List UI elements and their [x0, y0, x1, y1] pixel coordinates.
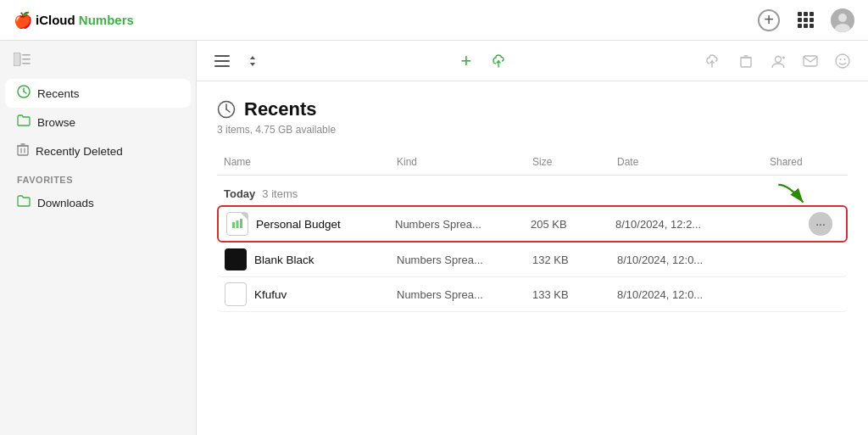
svg-rect-4 [22, 54, 31, 56]
emoji-icon [835, 53, 850, 69]
topbar-actions: + [758, 8, 854, 32]
svg-line-9 [24, 92, 26, 93]
file-name-cell-2: Blank Black [217, 248, 390, 271]
numbers-icon [226, 212, 248, 236]
file-name-2: Blank Black [254, 254, 314, 266]
svg-rect-32 [236, 220, 239, 228]
svg-rect-18 [741, 58, 751, 67]
add-file-button[interactable]: + [454, 49, 478, 73]
file-date-2: 8/10/2024, 12:0... [610, 254, 763, 266]
upload-button[interactable] [488, 49, 512, 73]
svg-line-30 [226, 109, 230, 112]
clock-icon [17, 85, 31, 98]
page-content: Recents 3 items, 4.75 GB available Name … [197, 81, 868, 435]
sort-chevron-button[interactable] [241, 49, 264, 73]
trash-icon [17, 142, 29, 159]
svg-rect-6 [22, 63, 31, 64]
svg-point-25 [836, 54, 849, 68]
folder-downloads-icon [17, 195, 31, 207]
svg-rect-5 [22, 59, 31, 60]
cloud-upload-right-icon [706, 53, 721, 69]
apple-logo: 🍎 [14, 11, 32, 30]
sidebar-item-recently-deleted[interactable]: Recently Deleted [5, 137, 191, 165]
col-name: Name [217, 153, 390, 171]
svg-rect-31 [232, 222, 235, 228]
page-title: Recents [244, 98, 317, 120]
sidebar-item-label-downloads: Downloads [37, 197, 94, 209]
downloads-folder-icon [17, 195, 31, 210]
file-shared-1: ··· [761, 212, 846, 236]
svg-rect-17 [214, 65, 230, 67]
trash-icon-svg [17, 142, 29, 156]
svg-rect-16 [214, 60, 230, 62]
file-kind-1: Numbers Sprea... [388, 218, 524, 231]
svg-rect-33 [240, 219, 242, 228]
emoji-button[interactable] [831, 49, 854, 73]
trash-right-icon [740, 54, 752, 68]
sidebar-item-label-recently-deleted: Recently Deleted [36, 145, 123, 158]
file-row-personal-budget[interactable]: Personal Budget Numbers Sprea... 205 KB … [217, 205, 848, 243]
grid-icon [798, 12, 814, 28]
section-count: 3 items [262, 187, 298, 200]
section-today: Today 3 items [217, 181, 848, 205]
avatar[interactable] [831, 8, 854, 32]
page-subtitle: 3 items, 4.75 GB available [217, 124, 848, 136]
topbar: 🍎 iCloud Numbers + [0, 0, 868, 41]
svg-point-26 [840, 59, 842, 60]
section-title: Today [224, 187, 255, 200]
sort-arrows-icon [248, 55, 258, 67]
sidebar-item-label-browse: Browse [37, 116, 75, 129]
toolbar-left [210, 49, 264, 73]
list-view-button[interactable] [210, 49, 234, 73]
col-shared: Shared [763, 153, 848, 171]
file-table: Name Kind Size Date Shared Today 3 items [217, 149, 848, 312]
black-icon [225, 248, 247, 270]
grid-menu-button[interactable] [793, 8, 817, 32]
sidebar-item-downloads[interactable]: Downloads [5, 189, 191, 216]
file-kind-2: Numbers Sprea... [390, 254, 526, 266]
svg-rect-10 [18, 146, 28, 155]
sidebar: Recents Browse [0, 41, 197, 435]
numbers-chart-icon [231, 218, 243, 230]
toolbar-center: + [454, 49, 512, 73]
favorites-section-title: Favorites [0, 166, 196, 188]
file-icon-3 [224, 282, 248, 306]
list-view-icon [214, 54, 230, 68]
folder-icon [17, 114, 31, 126]
mail-button[interactable] [798, 49, 822, 73]
file-row-kfufuv[interactable]: Kfufuv Numbers Sprea... 133 KB 8/10/2024… [217, 277, 848, 312]
file-icon-2 [224, 248, 248, 271]
trash-right-button[interactable] [734, 49, 758, 73]
sidebar-toggle[interactable] [0, 47, 196, 75]
toolbar-right [702, 49, 854, 73]
svg-point-27 [844, 59, 846, 60]
col-date: Date [610, 153, 763, 171]
file-size-1: 205 KB [524, 218, 609, 231]
add-button[interactable]: + [758, 9, 780, 31]
file-row-blank-black[interactable]: Blank Black Numbers Sprea... 132 KB 8/10… [217, 243, 848, 277]
main-layout: Recents Browse [0, 41, 868, 435]
svg-point-1 [838, 14, 847, 22]
sidebar-toggle-icon [14, 53, 31, 66]
sidebar-item-recents[interactable]: Recents [5, 79, 191, 108]
cloud-upload-right-button[interactable] [702, 49, 726, 73]
svg-rect-15 [214, 55, 230, 57]
avatar-icon [831, 8, 854, 32]
cloud-upload-icon [492, 53, 508, 69]
browse-icon [17, 114, 31, 130]
recents-icon [17, 85, 31, 102]
sidebar-nav: Recents Browse [0, 79, 196, 165]
blank-icon [225, 282, 247, 306]
file-size-2: 132 KB [526, 254, 610, 266]
topbar-logo-area: 🍎 iCloud Numbers [14, 11, 134, 30]
file-name-3: Kfufuv [254, 288, 287, 301]
share-person-icon [771, 53, 786, 69]
svg-point-21 [776, 56, 782, 62]
sidebar-item-browse[interactable]: Browse [5, 109, 191, 136]
svg-rect-3 [14, 53, 20, 66]
more-options-button-1[interactable]: ··· [809, 212, 832, 236]
share-person-button[interactable] [766, 49, 790, 73]
file-date-3: 8/10/2024, 12:0... [610, 288, 763, 301]
app-title: iCloud Numbers [36, 13, 134, 27]
file-name-cell-1: Personal Budget [219, 212, 388, 236]
